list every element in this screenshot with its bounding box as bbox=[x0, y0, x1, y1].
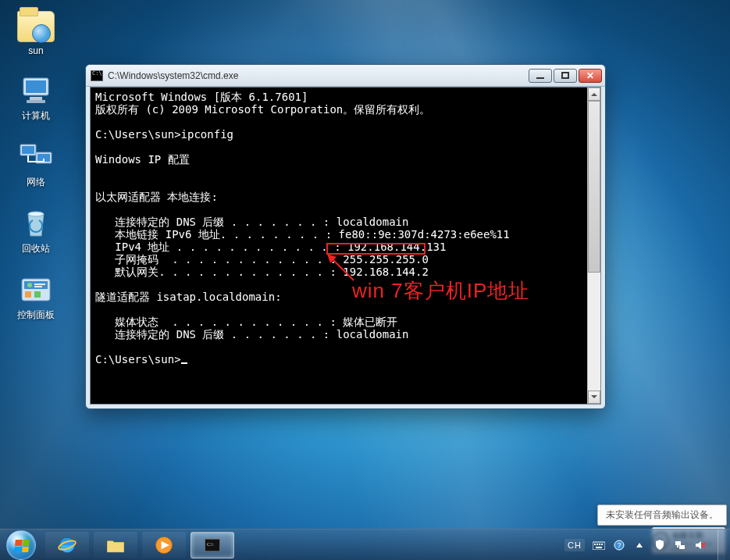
action-center-icon[interactable] bbox=[653, 539, 666, 551]
svg-rect-29 bbox=[601, 544, 603, 545]
taskbar-item-wmp[interactable] bbox=[142, 532, 186, 558]
desktop-icon-label: sun bbox=[9, 45, 62, 56]
network-tray-icon[interactable] bbox=[674, 539, 686, 551]
taskbar: C:\ CH ? bbox=[0, 529, 730, 560]
svg-point-8 bbox=[28, 212, 44, 216]
cmd-window-title: C:\Windows\system32\cmd.exe bbox=[108, 70, 529, 81]
internet-explorer-icon bbox=[56, 534, 78, 556]
svg-rect-20 bbox=[108, 542, 124, 551]
scroll-down-button[interactable] bbox=[588, 391, 600, 404]
taskbar-item-cmd[interactable]: C:\ bbox=[191, 532, 234, 558]
desktop-icon-network[interactable]: 网络 bbox=[8, 137, 64, 194]
language-indicator[interactable]: CH bbox=[564, 539, 585, 551]
cmd-icon: C:\ bbox=[201, 534, 223, 556]
scroll-thumb[interactable] bbox=[588, 101, 600, 273]
taskbar-item-ie[interactable] bbox=[45, 532, 89, 558]
maximize-button[interactable] bbox=[554, 69, 577, 83]
svg-rect-3 bbox=[27, 100, 45, 103]
svg-rect-2 bbox=[30, 97, 42, 100]
svg-rect-26 bbox=[594, 544, 596, 545]
desktop-icon-label: 计算机 bbox=[9, 109, 62, 123]
cmd-window: C:\Windows\system32\cmd.exe ✕ Microsoft … bbox=[85, 64, 606, 409]
svg-rect-15 bbox=[34, 291, 41, 298]
desktop-icon-label: 回收站 bbox=[9, 242, 62, 255]
cmd-prompt-line: C:\Users\sun>ipconfig bbox=[95, 128, 233, 141]
keyboard-icon[interactable] bbox=[593, 539, 605, 551]
show-desktop-button[interactable] bbox=[718, 530, 725, 561]
svg-marker-33 bbox=[636, 543, 643, 548]
media-player-icon bbox=[153, 534, 175, 556]
cmd-prompt-line: C:\Users\sun> bbox=[95, 353, 181, 366]
desktop-icon-recycle-bin[interactable]: 回收站 bbox=[8, 203, 64, 260]
desktop-icon-sun[interactable]: sun bbox=[8, 6, 64, 61]
window-controls: ✕ bbox=[529, 69, 602, 83]
cmd-output[interactable]: Microsoft Windows [版本 6.1.7601] 版权所有 (c)… bbox=[91, 87, 587, 404]
svg-rect-36 bbox=[677, 545, 678, 548]
cmd-body: Microsoft Windows [版本 6.1.7601] 版权所有 (c)… bbox=[90, 87, 601, 405]
desktop-icon-label: 控制面板 bbox=[9, 309, 62, 322]
desktop-icon-computer[interactable]: 计算机 bbox=[8, 70, 64, 127]
svg-rect-25 bbox=[593, 542, 605, 550]
svg-rect-12 bbox=[34, 284, 45, 285]
desktop-icons: sun 计算机 网络 回收站 控制面板 bbox=[8, 6, 70, 336]
svg-rect-1 bbox=[26, 80, 46, 93]
taskbar-pins: C:\ bbox=[42, 530, 237, 560]
recycle-bin-icon bbox=[17, 208, 55, 239]
file-explorer-icon bbox=[105, 534, 126, 556]
svg-rect-27 bbox=[596, 544, 598, 545]
desktop-icon-label: 网络 bbox=[9, 176, 62, 189]
help-icon[interactable]: ? bbox=[613, 539, 625, 551]
audio-notification-balloon[interactable]: 未安装任何音频输出设备。 bbox=[597, 505, 727, 526]
svg-rect-35 bbox=[679, 545, 685, 549]
system-tray: CH ? bbox=[564, 530, 730, 560]
tray-expand-icon[interactable] bbox=[633, 539, 646, 551]
svg-text:?: ? bbox=[618, 541, 621, 549]
taskbar-item-explorer[interactable] bbox=[94, 532, 137, 558]
cmd-cursor bbox=[181, 362, 187, 364]
svg-marker-37 bbox=[696, 541, 701, 549]
desktop-icon-control-panel[interactable]: 控制面板 bbox=[8, 269, 64, 326]
start-button[interactable] bbox=[0, 530, 42, 560]
scroll-up-button[interactable] bbox=[588, 87, 600, 101]
svg-rect-13 bbox=[34, 286, 42, 287]
cmd-titlebar[interactable]: C:\Windows\system32\cmd.exe ✕ bbox=[86, 65, 605, 87]
svg-rect-34 bbox=[675, 541, 681, 545]
cmd-titlebar-icon bbox=[91, 70, 103, 81]
svg-text:C:\: C:\ bbox=[207, 540, 214, 547]
ipv4-address-value: 192.168.144.131 bbox=[347, 241, 446, 253]
svg-point-11 bbox=[27, 283, 32, 287]
volume-muted-icon[interactable] bbox=[694, 539, 707, 551]
minimize-button[interactable] bbox=[529, 69, 552, 83]
close-button[interactable]: ✕ bbox=[579, 69, 602, 83]
svg-rect-30 bbox=[596, 547, 602, 548]
scrollbar-vertical[interactable] bbox=[587, 87, 600, 404]
computer-icon bbox=[17, 75, 55, 106]
folder-user-icon bbox=[17, 11, 55, 42]
svg-rect-5 bbox=[22, 146, 34, 154]
svg-rect-28 bbox=[599, 544, 600, 545]
windows-logo-icon bbox=[6, 530, 36, 560]
svg-rect-14 bbox=[25, 291, 31, 298]
network-icon bbox=[17, 141, 55, 173]
control-panel-icon bbox=[17, 274, 55, 305]
